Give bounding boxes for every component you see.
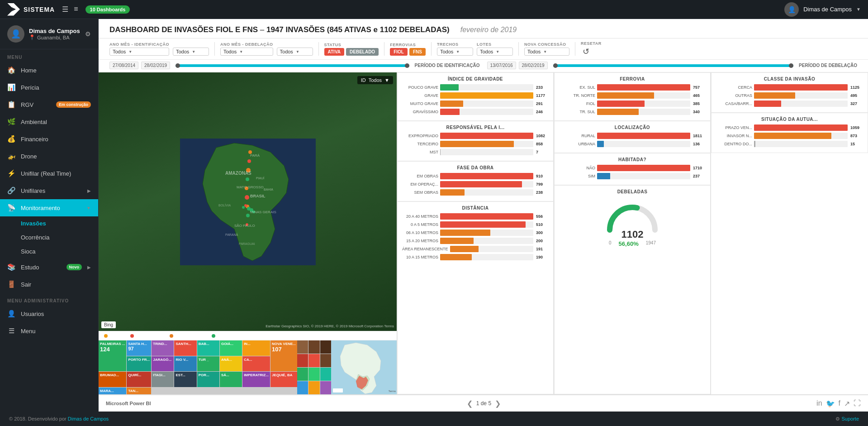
support-link[interactable]: Suporte <box>841 416 859 421</box>
bottom-icons: in 🐦 f ↗ ⛶ <box>816 399 861 408</box>
treemap-cell-nova[interactable]: NOVA VENE... 107 <box>270 340 297 371</box>
gear-icon[interactable]: ⚙ <box>85 30 91 38</box>
treemap-cell-santa[interactable]: SANTA H... 97 <box>127 340 151 356</box>
treemap-cell-por[interactable]: POR... <box>197 372 219 387</box>
mini-cell-5[interactable] <box>308 354 319 367</box>
topbar-chevron[interactable]: ▼ <box>856 7 861 12</box>
mini-cell-2[interactable] <box>308 340 319 354</box>
sidebar-item-estudo[interactable]: 📚 Estudo Novo ▶ <box>0 258 98 276</box>
treemap-cell-mara[interactable]: MARA... <box>99 388 126 394</box>
sidebar-item-drone[interactable]: 🚁 Drone <box>0 148 98 165</box>
treemap-cell-sa[interactable]: SÁ... <box>220 372 242 387</box>
mini-cell-12[interactable] <box>320 381 331 394</box>
twitter-icon[interactable]: 🐦 <box>826 399 835 408</box>
sidebar-item-unifilares[interactable]: 🔗 Unifilares ▶ <box>0 182 98 199</box>
dashboard-badge[interactable]: 10 Dashboards <box>85 5 130 14</box>
ano-id2-select[interactable]: Todos ▼ <box>173 48 209 56</box>
prazo-label: PRAZO VEN... <box>716 125 752 130</box>
terceiro-label: TERCEIRO <box>402 142 438 146</box>
treemap-cell-goia[interactable]: GOIÁ... <box>220 340 242 356</box>
hamburger-icon[interactable]: ☰ <box>62 5 68 14</box>
unifilar-icon: ⚡ <box>7 169 15 177</box>
svg-point-4 <box>246 177 249 181</box>
nova-concessao-select[interactable]: Todos ▼ <box>524 48 569 56</box>
rgv-icon: 📋 <box>7 101 15 109</box>
trechos-select[interactable]: Todos ▼ <box>437 48 473 56</box>
6-10-value: 300 <box>535 230 549 235</box>
20-40-value: 556 <box>535 214 549 219</box>
ano-deb2-select[interactable]: Todos ▼ <box>277 48 313 56</box>
treemap-cell-imper[interactable]: IMPERATRIZ... <box>242 372 270 387</box>
bar-row-pouco-grave: POUCO GRAVE 233 <box>402 84 549 91</box>
treemap-cell-jarago[interactable]: JARAGÓ... <box>152 356 174 372</box>
outras-track <box>754 92 848 99</box>
footer-author[interactable]: Dimas de Campos <box>68 416 109 421</box>
treemap-cell-jequie[interactable]: JEQUIÉ, BA <box>270 372 297 387</box>
treemap-cell-porto[interactable]: PORTO FR... <box>127 356 151 372</box>
treemap-cell-riov[interactable]: RIO V... <box>174 356 196 372</box>
expand-icon[interactable]: ⛶ <box>854 399 861 408</box>
mini-cell-1[interactable] <box>297 340 308 354</box>
treemap-cell-ana[interactable]: ANÁ... <box>220 356 242 372</box>
next-page-btn[interactable]: ❯ <box>495 399 501 408</box>
sidebar-item-home[interactable]: 🏠 Home <box>0 62 98 79</box>
mini-cell-8[interactable] <box>308 368 319 381</box>
mini-cell-10[interactable] <box>297 381 308 394</box>
invasor-label: INVASOR N... <box>716 134 752 138</box>
sidebar-item-ambiental[interactable]: 🌿 Ambiental <box>0 113 98 130</box>
treemap-cell-ca[interactable]: CA... <box>242 356 270 372</box>
treemap-cell-itagi[interactable]: ITAGI... <box>152 372 174 387</box>
sidebar-item-unifilar[interactable]: ⚡ Unifilar (Real Time) <box>0 165 98 182</box>
treemap-cell-santh[interactable]: SANTH... <box>174 340 196 356</box>
deb-slider[interactable] <box>553 64 793 67</box>
sidebar-estudo-label: Estudo <box>21 264 61 271</box>
treemap-cell-tan[interactable]: TAN... <box>127 388 151 394</box>
treemap-cell-trind[interactable]: TRIND... <box>152 340 174 356</box>
treemap-cell-tur[interactable]: TUR _ <box>197 356 219 372</box>
treemap-cell-quiri[interactable]: QUIRÍ... <box>127 372 151 387</box>
sidebar-item-sair[interactable]: 🚪 Sair <box>0 276 98 293</box>
sidebar-sub-ocorrencia[interactable]: Ocorrência <box>0 230 98 244</box>
sidebar-item-rgv[interactable]: 📋 RGV Em construção <box>0 96 98 113</box>
ferrovias-nfs-btn[interactable]: FNS <box>409 48 426 56</box>
status-debelado-btn[interactable]: DEBELADO <box>346 48 379 56</box>
sem-obras-fill <box>440 189 465 196</box>
sidebar-item-monitoramento[interactable]: 📡 Monitoramento ▼ <box>0 199 98 216</box>
sidebar-item-pericia[interactable]: 📊 Perícia <box>0 79 98 96</box>
mini-cell-9[interactable] <box>320 368 331 381</box>
em-obras-label: EM OBRAS <box>402 174 438 178</box>
logo-icon <box>7 3 20 16</box>
sidebar-sub-sioca[interactable]: Sioca <box>0 244 98 258</box>
treemap-cell-in[interactable]: IN... <box>242 340 270 356</box>
id-badge-arrow[interactable]: ▼ <box>384 77 389 83</box>
sidebar-item-financeiro[interactable]: 💰 Financeiro <box>0 130 98 148</box>
mini-cell-11[interactable] <box>308 381 319 394</box>
treemap-cell-est[interactable]: EST... <box>174 372 196 387</box>
estudo-chevron: ▶ <box>87 265 91 270</box>
bar-row-casa: CASA/BARR... 327 <box>716 101 863 107</box>
mini-cell-6[interactable] <box>320 354 331 367</box>
treemap-cell-brumad[interactable]: BRUMAD... <box>99 372 126 387</box>
reset-icon[interactable]: ↺ <box>583 47 602 57</box>
ano-deb-select[interactable]: Todos ▼ <box>220 48 273 56</box>
ferrovias-fiol-btn[interactable]: FIOL <box>390 48 408 56</box>
prev-page-btn[interactable]: ❮ <box>467 399 473 408</box>
lines-icon[interactable]: ≡ <box>74 5 78 14</box>
id-slider[interactable] <box>175 64 409 67</box>
status-ativa-btn[interactable]: ATIVA <box>324 48 345 56</box>
share-icon[interactable]: ↗ <box>844 399 850 408</box>
lotes-select[interactable]: Todos ▼ <box>477 48 513 56</box>
treemap-cell-palmeiras[interactable]: PALMEIRAS ... 124 <box>99 340 126 371</box>
sidebar-sub-invasoes[interactable]: Invasões <box>0 216 98 230</box>
id-end-date: 28/02/2019 <box>141 62 170 69</box>
sidebar-item-usuarios[interactable]: 👤 Usuarios <box>0 305 98 322</box>
ano-id-select[interactable]: Todos ▼ <box>109 48 169 56</box>
mini-cell-4[interactable] <box>297 354 308 367</box>
mini-cell-7[interactable] <box>297 368 308 381</box>
sidebar-item-menu[interactable]: ☰ Menu <box>0 322 98 340</box>
facebook-icon[interactable]: f <box>839 399 840 408</box>
treemap-cell-bab[interactable]: BAB... <box>197 340 219 356</box>
mini-cell-3[interactable] <box>320 340 331 354</box>
mini-map-svg <box>331 340 397 394</box>
linkedin-icon[interactable]: in <box>816 399 822 408</box>
